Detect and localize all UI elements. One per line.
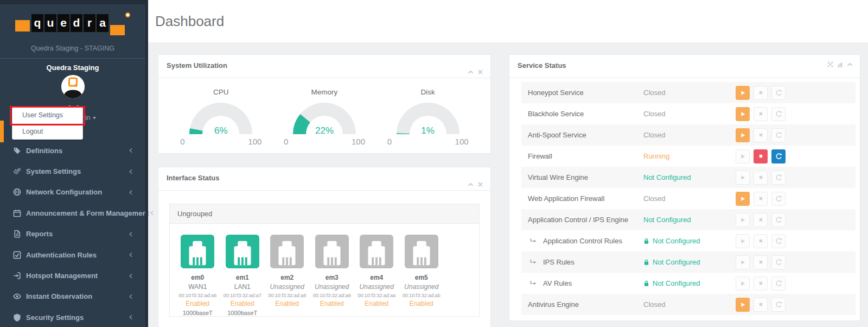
stop-button[interactable] [754,213,768,227]
interface-state: Enabled [399,300,444,307]
sidebar-item-label: Authentication Rules [26,251,128,259]
restart-button[interactable] [771,192,786,206]
interface-card-em2[interactable]: em2Unassigned00:10:f3:32:ad:a8Enabled [265,235,310,316]
gauge-value: 22% [292,125,357,136]
status-text: Not Configured [643,216,691,224]
lock-icon [643,238,649,244]
play-button[interactable] [736,86,750,100]
status-text: Closed [643,300,665,309]
sidebar-item-reports[interactable]: Reports [0,224,145,244]
caret-down-icon [92,116,97,120]
restart-button[interactable] [771,276,786,291]
interface-mac: 00:10:f3:32:ad:a9 [310,293,355,298]
interface-name: em0 [175,274,220,281]
play-button[interactable] [736,276,750,291]
service-label: Honeypot Service [528,89,584,97]
file-icon [13,230,21,238]
gauge-min: 0 [180,137,184,146]
sidebar-item-system-settings[interactable]: System Settings [0,161,145,181]
restart-button[interactable] [771,213,786,227]
restart-button[interactable] [771,298,786,312]
service-label: Virtual Wire Engine [528,173,588,181]
collapse-icon[interactable] [468,181,474,187]
play-button[interactable] [736,298,750,312]
stop-button[interactable] [754,298,768,312]
gauge-max: 100 [352,137,365,146]
play-button[interactable] [736,149,750,163]
ethernet-port-icon [226,235,259,268]
status-text: Not Configured [653,279,700,287]
stop-button[interactable] [754,192,768,206]
service-row-firewall: FirewallRunning [521,146,856,167]
interface-name: em2 [265,274,310,281]
ethernet-port-icon [315,235,349,268]
sidebar-item-instant-observation[interactable]: Instant Observation [0,286,145,307]
service-row-antivirus-engine: Antivirus EngineClosed [521,294,856,315]
interface-card-em5[interactable]: em5Unassigned00:10:f3:32:ad:abEnabled [399,235,444,316]
restart-button[interactable] [771,128,786,142]
stop-button[interactable] [754,276,768,291]
stop-button[interactable] [754,171,768,185]
play-button[interactable] [736,171,750,185]
logo-letter: d [71,14,82,32]
service-label: Antivirus Engine [528,300,579,309]
interface-mac: 00:10:f3:32:ad:aa [354,293,399,298]
close-icon[interactable] [477,181,483,187]
interface-assignment: Unassigned [265,283,310,291]
interface-group-box: Ungrouped em0WAN100:10:f3:32:ad:a6Enable… [169,204,480,317]
interface-card-em1[interactable]: em1LAN100:10:f3:32:ad:a7Enabled1000baseT [220,235,265,316]
collapse-icon[interactable] [847,61,853,67]
service-label: AV Rules [543,279,572,287]
interface-card-em3[interactable]: em3Unassigned00:10:f3:32:ad:a9Enabled [310,235,355,316]
system-utilization-panel: System Utilization CPU6%0100Memory22%010… [158,54,491,154]
interface-assignment: Unassigned [399,283,444,291]
interface-name: em3 [310,274,355,281]
interface-card-em0[interactable]: em0WAN100:10:f3:32:ad:a6Enabled1000baseT [175,235,220,316]
play-button[interactable] [736,213,750,227]
restart-button[interactable] [771,107,786,121]
stop-button[interactable] [754,107,768,121]
sidebar-item-hotspot-management[interactable]: Hotspot Management [0,265,145,286]
chevron-left-icon [128,315,133,320]
sidebar-item-authentication-rules[interactable]: Authentication Rules [0,244,145,265]
restart-button[interactable] [771,86,786,100]
status-text: Closed [643,110,665,118]
status-text: Closed [643,131,665,139]
stop-button[interactable] [754,149,768,163]
ethernet-port-icon [360,235,393,268]
play-button[interactable] [736,234,750,248]
chart-icon[interactable] [837,61,843,67]
quedra-logo[interactable]: quedra [0,11,145,39]
play-button[interactable] [736,107,750,121]
active-nav-indicator [0,121,4,142]
interface-card-em4[interactable]: em4Unassigned00:10:f3:32:ad:aaEnabled [354,235,399,316]
interface-state: Enabled [175,300,220,307]
sidebar-item-definitions[interactable]: Definitions [0,140,145,161]
dropdown-item-logout[interactable]: Logout [12,123,82,139]
dropdown-item-user-settings[interactable]: User Settings [12,108,82,123]
gauge-min: 0 [387,137,392,146]
interface-name: em5 [399,274,444,281]
sidebar-item-security-settings[interactable]: Security Settings [0,307,145,327]
gauge-arc: 1% [395,102,461,135]
restart-button[interactable] [771,234,786,248]
service-label: Firewall [528,152,552,160]
expand-icon[interactable] [827,61,833,67]
play-button[interactable] [736,192,750,206]
restart-button[interactable] [771,255,786,269]
stop-button[interactable] [754,128,768,142]
stop-button[interactable] [754,86,768,100]
stop-button[interactable] [754,255,768,269]
sidebar-edge-strip [145,0,148,327]
restart-button[interactable] [771,171,786,185]
sidebar-item-announcement-form-management[interactable]: Announcement & Form Management [0,203,145,223]
play-button[interactable] [736,255,750,269]
chevron-left-icon [128,252,133,257]
play-button[interactable] [736,128,750,142]
sidebar-item-network-configuration[interactable]: Network Configuration [0,182,145,203]
collapse-icon[interactable] [468,69,474,75]
stop-button[interactable] [754,234,768,248]
close-icon[interactable] [477,69,483,75]
user-avatar [61,74,85,101]
restart-button[interactable] [771,149,786,163]
